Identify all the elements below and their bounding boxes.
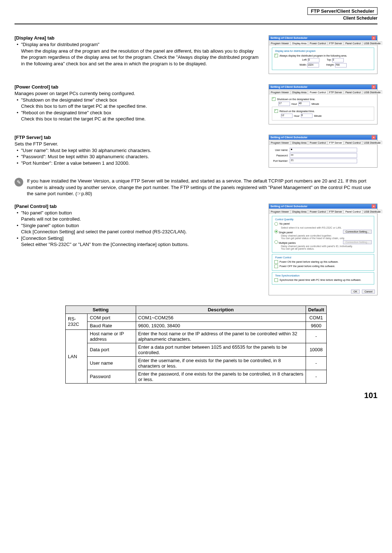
user-label: User name:	[272, 149, 288, 151]
always-display-checkbox[interactable]	[274, 54, 278, 57]
left-label: Left:	[302, 58, 307, 61]
tab-program-viewer[interactable]: Program Viewer	[269, 41, 290, 45]
ok-button[interactable]: OK	[351, 290, 360, 294]
tab-power-control[interactable]: Power Control	[308, 141, 327, 144]
shutdown-checkbox[interactable]	[272, 97, 275, 101]
lan-cell: LAN	[66, 329, 87, 383]
password-default: -	[306, 370, 326, 383]
shutdown-min[interactable]: 40	[298, 102, 310, 106]
no-panel-radio[interactable]	[274, 222, 278, 226]
height-label: Height:	[326, 64, 334, 66]
reboot-min[interactable]: 0	[301, 114, 313, 118]
close-icon[interactable]: ×	[372, 36, 376, 40]
tab-panel-control[interactable]: Panel Control	[344, 141, 362, 144]
power-bullet-2: "Reboot on the designated time" check bo…	[15, 110, 261, 116]
single-panel-radio[interactable]	[274, 230, 278, 233]
panel-control-title: [Panel Control] tab	[15, 204, 261, 209]
tab-panel-control[interactable]: Panel Control	[344, 41, 362, 45]
tab-program-viewer[interactable]: Program Viewer	[269, 90, 290, 94]
baud-setting: Baud Rate	[87, 321, 136, 329]
multi-label: Multiple panles	[279, 242, 296, 244]
left-input[interactable]: 0	[308, 58, 319, 62]
header-title: FTP Server/Client Scheduler	[307, 7, 377, 15]
cq-title: Control Quantity	[274, 218, 294, 221]
tab-program-viewer[interactable]: Program Viewer	[269, 141, 290, 144]
tab-panel-control[interactable]: Panel Control	[344, 90, 362, 94]
th-description: Description	[136, 306, 306, 314]
dialog-display-area: Setting of Client Scheduler× Program Vie…	[269, 35, 377, 74]
tab-ftp-server[interactable]: FTP Server	[328, 141, 344, 144]
tab-power-control[interactable]: Power Control	[308, 90, 327, 94]
multi-desc: Daisy chained panels are controlled with…	[274, 245, 372, 250]
top-label: Top:	[327, 58, 331, 61]
pon-label: Power ON the panel before starting up th…	[279, 261, 339, 263]
single-panel-label: Single panel	[279, 231, 293, 234]
multi-panel-radio[interactable]	[274, 240, 278, 244]
height-input[interactable]: 768	[335, 63, 347, 67]
dlg-title: Setting of Client Scheduler	[270, 85, 307, 89]
tab-display-area[interactable]: Display Area	[291, 41, 308, 45]
dialog-panel-control: Setting of Client Scheduler× Program Vie…	[269, 204, 377, 295]
power-control-intro: Manages power on target PCs currently be…	[15, 90, 261, 97]
header-sub: Client Scheduler	[15, 16, 377, 21]
reboot-checkbox[interactable]	[274, 109, 278, 113]
host-desc: Enter the host name or the IP address of…	[136, 329, 306, 343]
rs232c-cell: RS-232C	[66, 314, 87, 329]
note-icon: ✎	[15, 178, 23, 187]
power-desc-1: Check this box to turn off the target PC…	[15, 103, 261, 110]
top-input[interactable]: 0	[332, 58, 344, 62]
shutdown-label: Shutdown on the designated time.	[277, 98, 315, 101]
page-number: 101	[15, 391, 377, 400]
dlg-title: Setting of Client Scheduler	[270, 205, 307, 208]
tab-display-area[interactable]: Display Area	[291, 210, 308, 213]
tab-power-control[interactable]: Power Control	[308, 210, 327, 213]
ftp-intro: Sets the FTP Server.	[15, 141, 261, 147]
pass-input[interactable]: •••	[290, 153, 357, 158]
th-setting: Setting	[66, 306, 136, 314]
tab-display-area[interactable]: Display Area	[291, 141, 308, 144]
tab-usb-distribute[interactable]: USB Distribute	[363, 41, 382, 45]
tab-usb-distribute[interactable]: USB Distribute	[363, 141, 382, 144]
power-bullet-1: "Shutdown on the designated time" check …	[15, 97, 261, 103]
tab-display-area[interactable]: Display Area	[291, 90, 308, 94]
host-default: -	[306, 329, 326, 343]
power-desc-2: Check this box to restart the target PC …	[15, 116, 261, 122]
cb-label: Always display the distributed program i…	[279, 54, 347, 57]
dialog-power-control: Setting of Client Scheduler× Program Vie…	[269, 84, 377, 124]
tab-usb-distribute[interactable]: USB Distribute	[363, 210, 382, 213]
close-icon[interactable]: ×	[372, 85, 376, 89]
close-icon[interactable]: ×	[372, 204, 376, 208]
tab-ftp-server[interactable]: FTP Server	[328, 210, 344, 213]
tab-usb-distribute[interactable]: USB Distribute	[363, 90, 382, 94]
width-label: Width:	[299, 64, 307, 66]
tab-power-control[interactable]: Power Control	[308, 41, 327, 45]
pc-p3: Select either "RS-232C" or "LAN" from th…	[15, 241, 261, 248]
pc-b1: "No panel" option button	[15, 210, 261, 216]
dialog-ftp-server: Setting of Client Scheduler× Program Vie…	[269, 135, 377, 168]
tab-program-viewer[interactable]: Program Viewer	[269, 210, 290, 213]
group-title: Display area for distributed program	[274, 50, 316, 52]
user-input[interactable]: ■	[290, 148, 357, 152]
power-on-checkbox[interactable]	[274, 260, 278, 264]
port-input[interactable]: 21	[290, 159, 357, 163]
reboot-label: Reboot on the designated time.	[279, 110, 315, 112]
shutdown-hour[interactable]: 17	[278, 102, 290, 106]
tab-panel-control[interactable]: Panel Control	[344, 210, 362, 213]
width-input[interactable]: 1024	[307, 63, 319, 67]
dlg-title: Setting of Client Scheduler	[270, 136, 307, 139]
dataport-default: 10008	[306, 343, 326, 356]
settings-table: Setting Description Default RS-232C COM …	[65, 306, 327, 384]
ftp-b3: "Port Number": Enter a value between 1 a…	[15, 160, 261, 167]
pc-p1: Panels will not be controlled.	[15, 216, 261, 222]
tab-ftp-server[interactable]: FTP Server	[328, 41, 344, 45]
power-off-checkbox[interactable]	[274, 265, 278, 268]
pc-title: Power Control	[274, 256, 292, 259]
cancel-button[interactable]: Cancel	[362, 290, 375, 294]
display-area-desc: When the display area of the program and…	[15, 48, 261, 67]
conn-setting-button[interactable]: Connection Setting...	[343, 230, 372, 234]
tab-ftp-server[interactable]: FTP Server	[328, 90, 344, 94]
pc-p2: Click [Connection Setting] and select th…	[15, 229, 261, 235]
close-icon[interactable]: ×	[372, 135, 376, 139]
reboot-hour[interactable]: 12	[281, 114, 293, 118]
sync-checkbox[interactable]	[274, 278, 278, 282]
